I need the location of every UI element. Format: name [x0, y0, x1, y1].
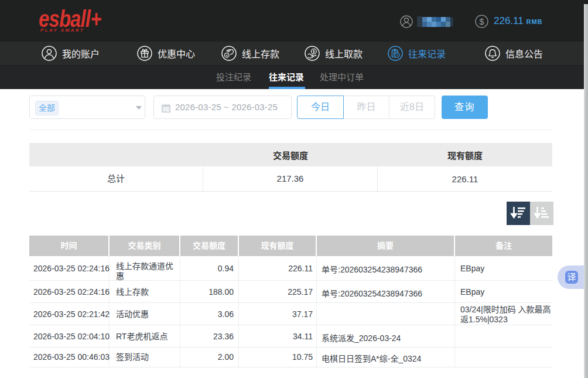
- svg-text:$: $: [479, 17, 484, 26]
